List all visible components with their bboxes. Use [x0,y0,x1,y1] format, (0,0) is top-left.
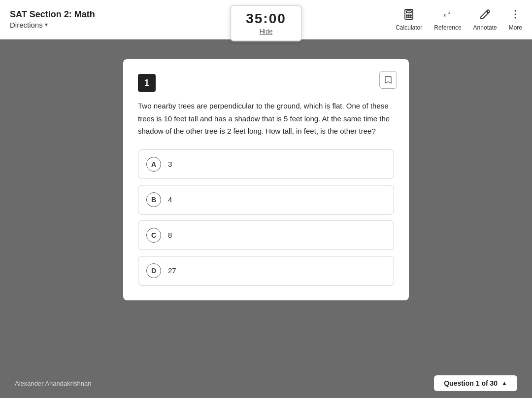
timer-container: 35:00 Hide [230,5,302,41]
question-nav-button[interactable]: Question 1 of 30 ▲ [434,375,517,391]
answer-option-a[interactable]: A 3 [138,149,394,179]
more-label: More [509,24,522,31]
answer-option-c[interactable]: C 8 [138,220,394,250]
answer-choices: A 3 B 4 C 8 D 27 [138,149,394,286]
bookmark-button[interactable] [379,71,397,89]
option-value-d: 27 [168,266,176,275]
svg-point-5 [406,17,407,18]
calculator-button[interactable]: Calculator [396,8,422,31]
header-tools: Calculator x 2 Reference Annotate [396,8,522,31]
directions-button[interactable]: Directions ▾ [10,20,95,30]
answer-option-b[interactable]: B 4 [138,185,394,215]
option-letter-d: D [146,263,161,278]
question-text: Two nearby trees are perpendicular to th… [138,100,394,138]
chevron-down-icon: ▾ [45,21,48,28]
reference-button[interactable]: x 2 Reference [434,8,461,31]
option-letter-b: B [146,192,161,207]
svg-point-3 [408,15,409,16]
svg-point-6 [408,17,409,18]
option-letter-c: C [146,228,161,243]
svg-point-7 [410,17,411,18]
svg-point-2 [406,15,407,16]
calculator-icon [403,8,415,22]
svg-rect-1 [406,11,411,13]
svg-text:x: x [443,11,446,19]
answer-option-d[interactable]: D 27 [138,256,394,286]
more-icon [509,8,521,22]
svg-point-12 [515,17,516,18]
calculator-label: Calculator [396,24,422,31]
footer: Alexander Anandakrishnan Question 1 of 3… [0,368,532,398]
option-value-a: 3 [168,160,172,168]
footer-username: Alexander Anandakrishnan [15,380,91,387]
directions-label: Directions [10,21,43,29]
annotate-icon [479,8,491,22]
header-left: SAT Section 2: Math Directions ▾ [10,9,95,30]
main-content: 1 Two nearby trees are perpendicular to … [0,39,532,368]
question-nav-label: Question 1 of 30 [444,379,498,387]
exam-title: SAT Section 2: Math [10,9,95,20]
more-button[interactable]: More [509,8,522,31]
reference-icon: x 2 [442,8,454,22]
option-value-b: 4 [168,195,172,204]
question-card: 1 Two nearby trees are perpendicular to … [123,59,409,300]
reference-label: Reference [434,24,461,31]
svg-point-11 [515,13,516,15]
option-letter-a: A [146,157,161,172]
timer-display: 35:00 [246,11,286,27]
annotate-label: Annotate [473,24,497,31]
timer-hide-button[interactable]: Hide [260,28,273,35]
svg-point-4 [410,15,411,16]
header: SAT Section 2: Math Directions ▾ 35:00 H… [0,0,532,39]
question-number-badge: 1 [138,74,156,92]
chevron-up-icon: ▲ [501,380,507,387]
svg-point-10 [515,10,516,11]
option-value-c: 8 [168,231,172,239]
annotate-button[interactable]: Annotate [473,8,497,31]
svg-text:2: 2 [448,10,451,15]
